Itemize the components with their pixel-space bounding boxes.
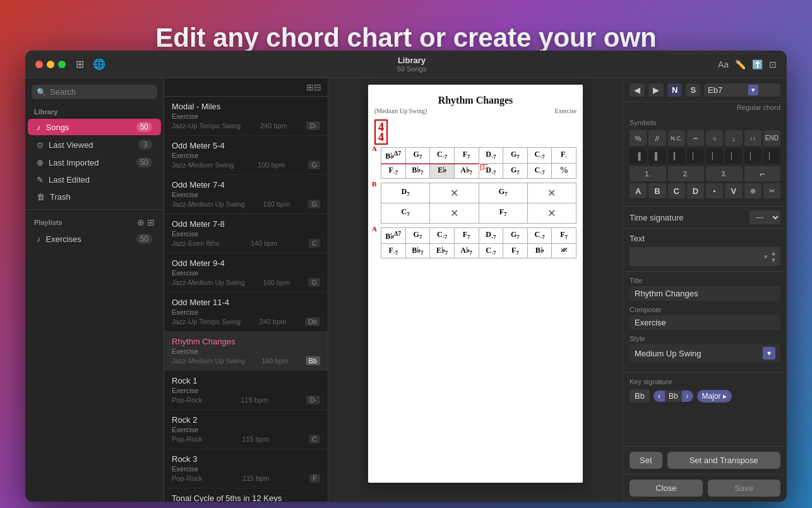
list-item[interactable]: Modal - Miles Exercise Jazz-Up Tempo Swi… bbox=[164, 97, 328, 136]
letter-c-button[interactable]: C bbox=[668, 183, 685, 198]
add-folder-icon[interactable]: ⊞ bbox=[147, 217, 155, 227]
last-edited-icon: ✎ bbox=[37, 175, 44, 184]
time-sig-select[interactable]: --- 4/4 3/4 6/8 bbox=[749, 210, 780, 224]
volta-1-button[interactable]: 1. bbox=[630, 166, 666, 181]
bar-5-button[interactable]: ▏ bbox=[706, 148, 723, 164]
bar-3-button[interactable]: ▎ bbox=[668, 148, 685, 164]
text-section: Text ▾ ▲ ▼ bbox=[623, 229, 787, 272]
bar-7-button[interactable]: ▏ bbox=[744, 148, 761, 164]
sidebar-item-last-imported[interactable]: ⊕ Last Imported 50 bbox=[28, 154, 161, 171]
song-style: Jazz-Even 8ths bbox=[172, 239, 219, 247]
close-button[interactable]: Close bbox=[630, 480, 703, 497]
list-item[interactable]: Tonal Cycle of 5ths in 12 Keys Exercise … bbox=[164, 488, 328, 502]
sidebar-item-exercises[interactable]: ♪ Exercises 50 bbox=[28, 231, 161, 247]
percent-symbol-button[interactable]: % bbox=[630, 130, 647, 146]
selection-mode-button[interactable]: S bbox=[686, 83, 700, 97]
font-icon[interactable]: Aa bbox=[718, 59, 729, 70]
layout-icon[interactable]: ⊡ bbox=[769, 59, 777, 70]
key-root-pill: Bb bbox=[630, 389, 650, 402]
bar-4-button[interactable]: ▏ bbox=[687, 148, 704, 164]
letter-d-button[interactable]: D bbox=[687, 183, 704, 198]
composer-value[interactable]: Exercise bbox=[630, 315, 780, 330]
list-item[interactable]: Odd Meter 5-4 Exercise Jazz-Medium Swing… bbox=[164, 136, 328, 175]
song-details: Jazz-Medium Up Swing 160 bpm G bbox=[172, 278, 320, 287]
segno-symbol-button[interactable]: ✂ bbox=[763, 183, 780, 198]
sidebar-item-songs[interactable]: ♪ Songs 50 bbox=[28, 119, 161, 135]
bar-1-button[interactable]: ▐ bbox=[630, 148, 647, 164]
globe-icon[interactable]: 🌐 bbox=[93, 58, 105, 70]
chord-input[interactable] bbox=[708, 85, 746, 95]
letter-a-button[interactable]: A bbox=[630, 183, 647, 198]
sidebar-songs-label: Songs bbox=[46, 123, 131, 132]
song-name: Modal - Miles bbox=[172, 102, 320, 111]
style-field: Style Medium Up Swing ▾ bbox=[630, 335, 780, 362]
sidebar-item-trash[interactable]: 🗑 Trash bbox=[28, 189, 161, 205]
volta-3-button[interactable]: 3. bbox=[706, 166, 743, 181]
key-stepper-down[interactable]: ‹ bbox=[654, 390, 665, 402]
volta-2-button[interactable]: 2. bbox=[668, 166, 705, 181]
search-input-wrap[interactable]: 🔍 bbox=[32, 85, 157, 99]
letter-b-button[interactable]: B bbox=[648, 183, 666, 198]
bar-8-button[interactable]: ▏ bbox=[763, 148, 780, 164]
title-value[interactable]: Rhythm Changes bbox=[630, 286, 780, 301]
key-mode-label: Major bbox=[702, 392, 721, 401]
sidebar-songs-count: 50 bbox=[136, 122, 152, 132]
text-up-arrow[interactable]: ▲ bbox=[770, 250, 777, 257]
time-sig-row: Time signature --- 4/4 3/4 6/8 bbox=[623, 207, 787, 229]
normal-mode-button[interactable]: N bbox=[667, 83, 682, 97]
final-bar-button[interactable]: ⌐ bbox=[744, 166, 781, 181]
bar-2-button[interactable]: ▌ bbox=[648, 148, 666, 164]
sheet-paper: Rhythm Changes (Medium Up Swing) Exercis… bbox=[368, 85, 583, 483]
list-item[interactable]: Rock 2 Exercise Pop-Rock 115 bpm C bbox=[164, 410, 328, 449]
text-dropdown-icon[interactable]: ▾ bbox=[764, 253, 768, 261]
text-down-arrow[interactable]: ▼ bbox=[770, 257, 777, 263]
search-icon: 🔍 bbox=[37, 88, 46, 97]
sidebar-last-imported-label: Last Imported bbox=[49, 158, 131, 167]
grid-view-icon[interactable]: ⊞⊟ bbox=[306, 82, 321, 92]
list-item[interactable]: Odd Meter 7-8 Exercise Jazz-Even 8ths 14… bbox=[164, 214, 328, 253]
text-field[interactable] bbox=[633, 252, 761, 261]
list-item[interactable]: Odd Meter 11-4 Exercise Jazz-Up Tempo Sw… bbox=[164, 293, 328, 332]
minimize-window-button[interactable] bbox=[47, 61, 54, 68]
sidebar-item-last-edited[interactable]: ✎ Last Edited bbox=[28, 172, 161, 188]
list-item[interactable]: Odd Meter 9-4 Exercise Jazz-Medium Up Sw… bbox=[164, 253, 328, 293]
right-panel: ◀ ▶ N S ▾ Regular chord Symbols % // N.C… bbox=[623, 78, 787, 502]
tie-symbol-button[interactable]: ⌢ bbox=[687, 130, 704, 146]
song-bpm: 115 bpm bbox=[242, 475, 270, 482]
whole-note-symbol-button[interactable]: ○ bbox=[706, 130, 723, 146]
coda-symbol-button[interactable]: ⊕ bbox=[744, 183, 761, 198]
undo-button[interactable]: ◀ bbox=[630, 83, 645, 97]
end-symbol-button[interactable]: END bbox=[763, 130, 780, 146]
sidebar-item-last-viewed[interactable]: ⊙ Last Viewed 3 bbox=[28, 136, 161, 153]
close-window-button[interactable] bbox=[35, 61, 43, 68]
nc-symbol-button[interactable]: N.C. bbox=[668, 130, 685, 146]
add-playlist-icon[interactable]: ⊕ bbox=[137, 217, 145, 227]
square-bullet-button[interactable]: ▪ bbox=[706, 183, 723, 198]
double-slash-symbol-button[interactable]: // bbox=[648, 130, 666, 146]
save-button[interactable]: Save bbox=[708, 480, 781, 497]
list-item[interactable]: Rock 1 Exercise Pop-Rock 115 bpm D- bbox=[164, 371, 328, 410]
edit-icon[interactable]: ✏️ bbox=[735, 59, 746, 70]
playlists-header: Playlists ⊕ ⊞ bbox=[25, 214, 164, 230]
key-sig-label: Key signature bbox=[630, 378, 780, 385]
list-item[interactable]: Rhythm Changes Exercise Jazz-Medium Up S… bbox=[164, 332, 328, 371]
down-arrow-symbol-button[interactable]: ↓ bbox=[725, 130, 742, 146]
window-subtitle: 50 Songs bbox=[105, 65, 718, 73]
key-stepper-up[interactable]: › bbox=[682, 390, 693, 402]
key-mode-button[interactable]: Major ▸ bbox=[697, 390, 732, 402]
style-dropdown-button[interactable]: ▾ bbox=[763, 347, 775, 360]
set-transpose-button[interactable]: Set and Transpose bbox=[667, 452, 780, 469]
list-item[interactable]: Odd Meter 7-4 Exercise Jazz-Medium Up Sw… bbox=[164, 175, 328, 214]
letter-v-button[interactable]: V bbox=[725, 183, 742, 198]
list-item[interactable]: Rock 3 Exercise Pop-Rock 115 bpm F bbox=[164, 449, 328, 488]
double-down-symbol-button[interactable]: ↓↓ bbox=[744, 130, 761, 146]
redo-button[interactable]: ▶ bbox=[648, 83, 664, 97]
bar-6-button[interactable]: ▏ bbox=[725, 148, 742, 164]
share-icon[interactable]: ⬆️ bbox=[752, 59, 763, 70]
chord-dropdown-button[interactable]: ▾ bbox=[748, 85, 758, 95]
sidebar-toggle-icon[interactable]: ⊞ bbox=[76, 58, 84, 70]
fullscreen-window-button[interactable] bbox=[58, 61, 66, 68]
search-input[interactable] bbox=[50, 87, 152, 97]
set-button[interactable]: Set bbox=[630, 452, 662, 469]
song-key: G bbox=[308, 160, 320, 169]
